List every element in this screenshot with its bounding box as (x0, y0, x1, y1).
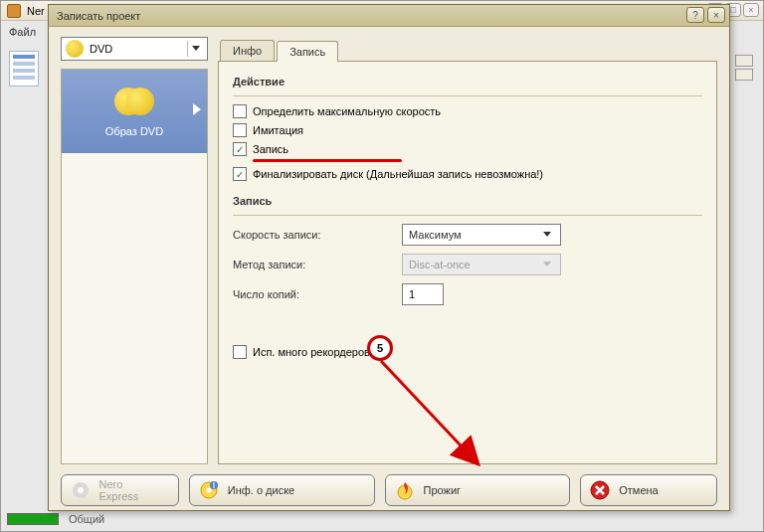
svg-text:i: i (213, 480, 215, 490)
dialog-title: Записать проект (57, 10, 140, 22)
label-copies: Число копий: (233, 288, 402, 300)
checkbox-icon (233, 104, 247, 118)
close-button[interactable]: × (707, 7, 725, 23)
outer-close-button[interactable]: × (743, 3, 759, 17)
chevron-right-icon (193, 103, 201, 115)
disc-info-button[interactable]: i Инф. о диске (189, 474, 375, 506)
checkbox-checked-icon: ✓ (233, 142, 247, 156)
status-progress (7, 513, 59, 525)
app-title: Ner (27, 5, 45, 17)
flame-icon (394, 479, 416, 501)
project-item-label: Образ DVD (105, 125, 163, 137)
right-gadget (735, 55, 759, 85)
burn-dialog: Записать проект ? × DVD Образ DVD (48, 4, 730, 511)
disc-type-value: DVD (90, 43, 112, 55)
section-burn: Запись (233, 195, 702, 207)
info-disc-icon: i (198, 479, 220, 501)
burn-button[interactable]: Прожиг (385, 474, 571, 506)
chevron-down-icon (540, 228, 554, 242)
checkbox-icon (233, 123, 247, 137)
checkbox-checked-icon: ✓ (233, 167, 247, 181)
disc-type-select[interactable]: DVD (61, 37, 208, 61)
disc-icon (66, 40, 84, 58)
svg-point-1 (78, 487, 84, 493)
checkbox-simulation[interactable]: Имитация (233, 123, 702, 137)
section-action: Действие (233, 76, 702, 88)
label-method: Метод записи: (233, 259, 402, 270)
cancel-icon (589, 479, 611, 501)
project-list: Образ DVD (61, 69, 208, 464)
nero-express-button: Nero Express (61, 474, 179, 506)
status-text: Общий (69, 513, 104, 525)
chevron-down-icon (187, 41, 203, 57)
tab-burn[interactable]: Запись (277, 41, 338, 62)
label-speed: Скорость записи: (233, 229, 402, 241)
nero-icon (70, 479, 92, 501)
select-speed[interactable]: Максимум (402, 224, 561, 246)
svg-point-3 (206, 488, 211, 493)
checkbox-write[interactable]: ✓ Запись (233, 142, 702, 156)
checkbox-finalize[interactable]: ✓ Финализировать диск (Дальнейшая запись… (233, 167, 702, 181)
help-button[interactable]: ? (686, 7, 704, 23)
select-method: Disc-at-once (402, 254, 561, 275)
input-copies[interactable]: 1 (402, 283, 444, 305)
project-item-dvd-image[interactable]: Образ DVD (62, 70, 207, 153)
checkbox-icon (233, 345, 247, 359)
checkbox-multi-recorders[interactable]: Исп. много рекордеров (233, 345, 702, 359)
annotation-underline (253, 159, 402, 162)
app-icon (7, 4, 21, 18)
checkbox-max-speed[interactable]: Определить максимальную скорость (233, 104, 702, 118)
doc-icon (9, 51, 39, 87)
cancel-button[interactable]: Отмена (580, 474, 717, 506)
tab-info[interactable]: Инфо (220, 40, 275, 61)
menu-file[interactable]: Файл (9, 26, 36, 38)
chevron-down-icon (540, 258, 554, 271)
annotation-badge-5: 5 (367, 335, 393, 361)
